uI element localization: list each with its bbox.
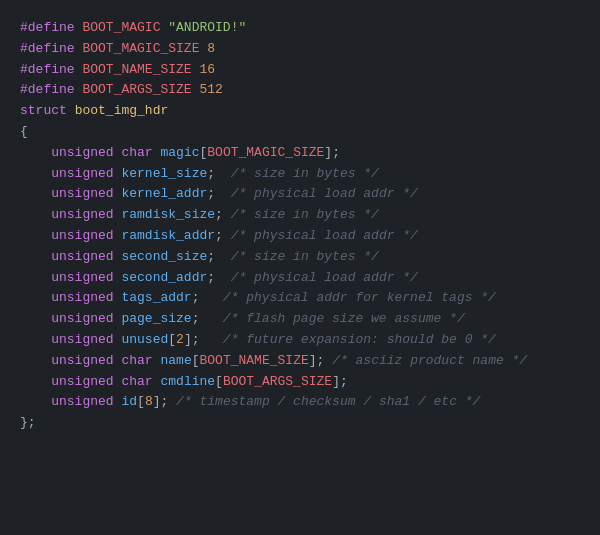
token-id: BOOT_ARGS_SIZE (223, 374, 332, 389)
token-kw: char (121, 374, 152, 389)
token-field: second_size (121, 249, 207, 264)
token-kw: unsigned (51, 290, 113, 305)
code-line: unsigned char name[BOOT_NAME_SIZE]; /* a… (20, 351, 580, 372)
token-plain (20, 374, 51, 389)
token-cm: /* timestamp / checksum / sha1 / etc */ (176, 394, 480, 409)
token-str: "ANDROID!" (168, 20, 246, 35)
token-plain (20, 353, 51, 368)
token-field: page_size (121, 311, 191, 326)
code-line: unsigned unused[2]; /* future expansion:… (20, 330, 580, 351)
token-cm: /* physical load addr */ (231, 186, 418, 201)
token-plain: ]; (153, 394, 176, 409)
code-line: { (20, 122, 580, 143)
token-plain: ]; (332, 374, 348, 389)
token-plain (20, 145, 51, 160)
token-plain (20, 186, 51, 201)
token-plain (20, 249, 51, 264)
token-plain (67, 103, 75, 118)
code-line: unsigned ramdisk_size; /* size in bytes … (20, 205, 580, 226)
token-cm: /* flash page size we assume */ (223, 311, 465, 326)
token-id: BOOT_MAGIC (82, 20, 160, 35)
token-cm: /* physical addr for kernel tags */ (223, 290, 496, 305)
token-kw: unsigned (51, 394, 113, 409)
token-plain (20, 394, 51, 409)
token-plain (20, 311, 51, 326)
token-cm: /* size in bytes */ (231, 249, 379, 264)
token-plain: ; (192, 311, 223, 326)
token-num: 2 (176, 332, 184, 347)
token-cm: /* size in bytes */ (231, 166, 379, 181)
token-field: unused (121, 332, 168, 347)
token-plain (20, 290, 51, 305)
code-line: unsigned char cmdline[BOOT_ARGS_SIZE]; (20, 372, 580, 393)
token-plain: ; (207, 166, 230, 181)
token-id: BOOT_MAGIC_SIZE (207, 145, 324, 160)
token-field: cmdline (160, 374, 215, 389)
token-field: kernel_addr (121, 186, 207, 201)
token-field: ramdisk_addr (121, 228, 215, 243)
token-type: boot_img_hdr (75, 103, 169, 118)
token-kw: #define (20, 20, 75, 35)
token-kw: unsigned (51, 353, 113, 368)
code-line: unsigned ramdisk_addr; /* physical load … (20, 226, 580, 247)
token-plain: [ (168, 332, 176, 347)
token-id: BOOT_NAME_SIZE (200, 353, 309, 368)
code-line: unsigned tags_addr; /* physical addr for… (20, 288, 580, 309)
token-id: BOOT_ARGS_SIZE (82, 82, 191, 97)
code-line: unsigned kernel_addr; /* physical load a… (20, 184, 580, 205)
token-plain: { (20, 124, 28, 139)
token-field: id (121, 394, 137, 409)
token-kw: unsigned (51, 270, 113, 285)
token-cm: /* physical load addr */ (231, 228, 418, 243)
token-cm: /* size in bytes */ (231, 207, 379, 222)
token-field: ramdisk_size (121, 207, 215, 222)
code-line: #define BOOT_MAGIC_SIZE 8 (20, 39, 580, 60)
token-kw: char (121, 145, 152, 160)
token-field: name (160, 353, 191, 368)
token-plain (20, 166, 51, 181)
code-line: }; (20, 413, 580, 434)
token-kw: unsigned (51, 145, 113, 160)
token-plain: ; (215, 207, 231, 222)
token-kw: #define (20, 41, 75, 56)
token-id: BOOT_NAME_SIZE (82, 62, 191, 77)
token-num: 8 (145, 394, 153, 409)
token-kw: struct (20, 103, 67, 118)
token-kw: #define (20, 82, 75, 97)
token-num: 8 (207, 41, 215, 56)
code-line: #define BOOT_NAME_SIZE 16 (20, 60, 580, 81)
token-kw: unsigned (51, 374, 113, 389)
token-plain: }; (20, 415, 36, 430)
token-field: magic (160, 145, 199, 160)
token-kw: unsigned (51, 186, 113, 201)
code-line: unsigned page_size; /* flash page size w… (20, 309, 580, 330)
token-plain: [ (192, 353, 200, 368)
token-plain (20, 332, 51, 347)
code-line: #define BOOT_MAGIC "ANDROID!" (20, 18, 580, 39)
token-plain: ]; (309, 353, 332, 368)
token-plain (20, 207, 51, 222)
token-plain: ; (207, 186, 230, 201)
token-kw: unsigned (51, 249, 113, 264)
token-kw: unsigned (51, 332, 113, 347)
token-kw: unsigned (51, 311, 113, 326)
token-num: 512 (199, 82, 222, 97)
token-cm: /* asciiz product name */ (332, 353, 527, 368)
token-kw: char (121, 353, 152, 368)
code-line: struct boot_img_hdr (20, 101, 580, 122)
token-plain (20, 228, 51, 243)
token-plain (20, 270, 51, 285)
token-plain: [ (215, 374, 223, 389)
token-num: 16 (199, 62, 215, 77)
token-field: kernel_size (121, 166, 207, 181)
token-kw: unsigned (51, 166, 113, 181)
code-line: unsigned id[8]; /* timestamp / checksum … (20, 392, 580, 413)
token-plain: ; (207, 270, 230, 285)
token-plain: [ (137, 394, 145, 409)
token-kw: unsigned (51, 228, 113, 243)
code-line: unsigned kernel_size; /* size in bytes *… (20, 164, 580, 185)
token-plain: ; (215, 228, 231, 243)
code-line: #define BOOT_ARGS_SIZE 512 (20, 80, 580, 101)
token-kw: #define (20, 62, 75, 77)
code-line: unsigned second_addr; /* physical load a… (20, 268, 580, 289)
